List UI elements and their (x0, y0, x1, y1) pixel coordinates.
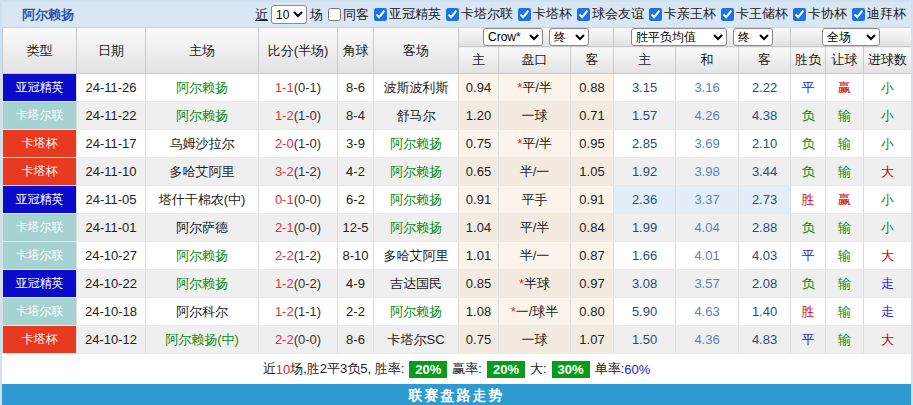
competition-checkbox[interactable] (446, 8, 459, 21)
handicap-away-odds-cell: 1.07 (571, 326, 614, 354)
competition-checkbox[interactable] (518, 8, 531, 21)
summary-count: 10 (276, 362, 290, 377)
euro-home-odds-cell: 1.99 (614, 214, 676, 242)
col-type: 类型 (3, 28, 77, 74)
euro-avg-select[interactable]: 胜平负均值 (631, 28, 727, 46)
away-team-cell: 阿尔赖扬 (374, 186, 459, 214)
competition-checkbox[interactable] (852, 8, 865, 21)
table-row: 卡塔尔联24-11-22阿尔赖扬1-2(1-0)8-4舒马尔1.20一球0.71… (3, 102, 912, 130)
competition-filter[interactable]: 卡协杯 (788, 5, 847, 23)
corners-cell: 6-2 (338, 186, 374, 214)
euro-away-odds-cell: 2.10 (739, 130, 791, 158)
handicap-result-cell: 输 (826, 242, 864, 270)
home-team-cell: 乌姆沙拉尔 (146, 130, 259, 158)
league-badge: 亚冠精英 (3, 270, 76, 297)
euro-home-odds-cell: 1.92 (614, 158, 676, 186)
bookmaker-select[interactable]: Crow* (483, 28, 543, 46)
euro-away-odds-cell: 3.44 (739, 158, 791, 186)
competition-label: 迪拜杯 (867, 5, 906, 23)
away-team-cell: 多哈艾阿里 (374, 242, 459, 270)
handicap-away-odds-cell: 0.71 (571, 102, 614, 130)
competition-filter[interactable]: 球会友谊 (572, 5, 644, 23)
competition-checkbox[interactable] (374, 8, 387, 21)
live-star-icon: * (519, 276, 524, 291)
goals-result-cell: 走 (864, 298, 912, 326)
table-row: 卡塔杯24-10-12阿尔赖扬(中)2-2(0-0)8-6卡塔尔SC0.75一球… (3, 326, 912, 354)
score-cell: 2-2(0-0) (259, 326, 338, 354)
competition-label: 卡亲王杯 (664, 5, 716, 23)
table-row: 亚冠精英24-10-22阿尔赖扬1-2(0-2)4-9吉达国民0.85*半球0.… (3, 270, 912, 298)
fulltime-score: 0-1 (275, 192, 294, 207)
result-cell: 负 (791, 102, 826, 130)
scope-select[interactable]: 全场 (822, 28, 880, 46)
competition-filter[interactable]: 卡塔尔联 (441, 5, 513, 23)
away-team-cell: 阿尔赖扬 (374, 130, 459, 158)
fulltime-score: 1-2 (275, 304, 294, 319)
score-cell: 1-2(0-2) (259, 270, 338, 298)
euro-final-select[interactable]: 终 (733, 28, 773, 46)
euro-draw-odds-cell: 4.26 (676, 102, 739, 130)
match-count-select[interactable]: 10 (271, 5, 307, 24)
competition-filter[interactable]: 卡塔杯 (513, 5, 572, 23)
away-team-cell: 阿尔赖扬 (374, 158, 459, 186)
handicap-away-odds-cell: 0.91 (571, 186, 614, 214)
goals-result-cell: 小 (864, 130, 912, 158)
competition-filter[interactable]: 卡王储杯 (716, 5, 788, 23)
corners-cell: 8-10 (338, 242, 374, 270)
result-cell: 平 (791, 242, 826, 270)
euro-home-odds-cell: 2.36 (614, 186, 676, 214)
euro-away-odds-cell: 4.83 (739, 326, 791, 354)
handicap-result-cell: 输 (826, 326, 864, 354)
subcol-ah-home: 主 (459, 47, 499, 74)
date-cell: 24-10-18 (77, 298, 146, 326)
euro-away-odds-cell: 2.22 (739, 74, 791, 102)
competition-filter[interactable]: 亚冠精英 (369, 5, 441, 23)
euro-draw-odds-cell: 4.36 (676, 326, 739, 354)
handicap-away-odds-cell: 0.87 (571, 242, 614, 270)
euro-draw-odds-cell: 3.98 (676, 158, 739, 186)
match-table: 类型 日期 主场 比分(半场) 角球 客场 Crow* 终 (2, 28, 912, 354)
handicap-home-odds-cell: 1.04 (459, 214, 499, 242)
summary-row: 近10场,胜2平3负5, 胜率:20%赢率:20%大:30%单率:60% (2, 354, 911, 384)
handicap-result-cell: 输 (826, 158, 864, 186)
league-cell: 卡塔杯 (3, 130, 77, 158)
crow-final-select[interactable]: 终 (549, 28, 589, 46)
competition-checkbox[interactable] (649, 8, 662, 21)
league-trend-bar[interactable]: 联赛盘路走势 (2, 384, 911, 405)
same-opponent-filter[interactable]: 同客 (323, 6, 369, 24)
table-row: 亚冠精英24-11-05塔什干棉农(中)0-1(0-0)6-2阿尔赖扬0.91平… (3, 186, 912, 214)
competition-filter[interactable]: 迪拜杯 (847, 5, 906, 23)
same-opponent-checkbox[interactable] (328, 8, 341, 21)
col-home: 主场 (146, 28, 259, 74)
handicap-home-odds-cell: 1.01 (459, 242, 499, 270)
league-badge: 卡塔尔联 (3, 298, 76, 325)
result-cell: 平 (791, 74, 826, 102)
col-date: 日期 (77, 28, 146, 74)
handicap-home-odds-cell: 0.75 (459, 130, 499, 158)
home-team-cell: 阿尔赖扬 (146, 102, 259, 130)
table-row: 卡塔尔联24-10-18阿尔科尔1-2(1-1)2-2阿尔赖扬1.08*一/球半… (3, 298, 912, 326)
corners-cell: 3-9 (338, 130, 374, 158)
competition-checkbox[interactable] (793, 8, 806, 21)
competition-checkbox[interactable] (721, 8, 734, 21)
date-cell: 24-10-12 (77, 326, 146, 354)
score-cell: 1-1(0-1) (259, 74, 338, 102)
handicap-home-odds-cell: 1.08 (459, 298, 499, 326)
home-team-cell: 阿尔赖扬(中) (146, 326, 259, 354)
handicap-rate-badge: 20% (487, 361, 525, 378)
fulltime-score: 1-2 (275, 108, 294, 123)
table-row: 卡塔尔联24-10-27阿尔赖扬2-2(1-2)8-10多哈艾阿里1.01半/一… (3, 242, 912, 270)
fulltime-score: 2-2 (275, 332, 294, 347)
league-cell: 卡塔尔联 (3, 214, 77, 242)
competition-label: 亚冠精英 (389, 5, 441, 23)
subcol-handicap: 盘口 (499, 47, 571, 74)
halftime-score: (1-0) (294, 136, 321, 151)
league-cell: 卡塔杯 (3, 326, 77, 354)
handicap-result-cell: 输 (826, 270, 864, 298)
competition-checkbox[interactable] (577, 8, 590, 21)
handicap-home-odds-cell: 0.65 (459, 158, 499, 186)
competition-filter[interactable]: 卡亲王杯 (644, 5, 716, 23)
competition-filters: 亚冠精英卡塔尔联卡塔杯球会友谊卡亲王杯卡王储杯卡协杯迪拜杯 (369, 5, 906, 24)
recent-link[interactable]: 近 (255, 6, 268, 24)
fulltime-score: 1-2 (275, 276, 294, 291)
